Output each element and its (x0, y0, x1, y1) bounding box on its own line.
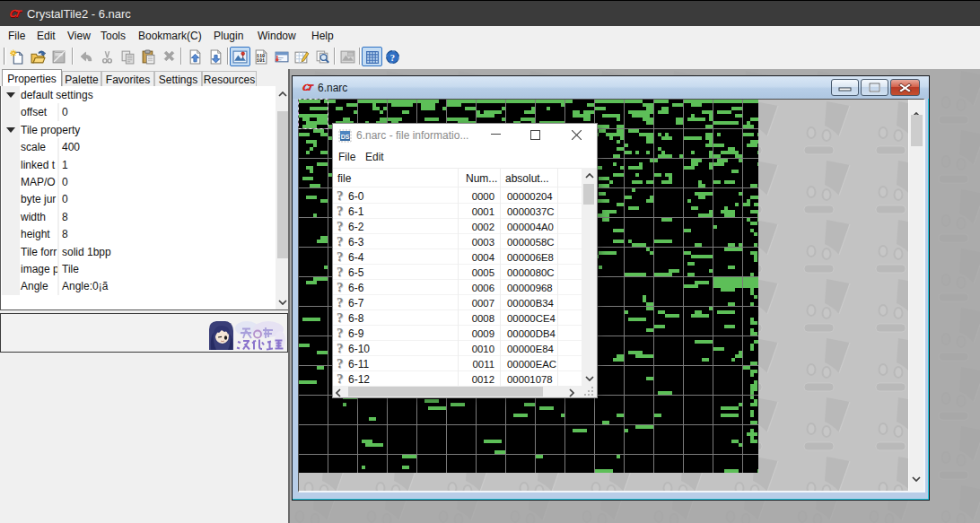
svg-text:DS: DS (341, 134, 350, 140)
svg-text:101: 101 (257, 58, 266, 64)
svg-text:?: ? (390, 53, 395, 63)
